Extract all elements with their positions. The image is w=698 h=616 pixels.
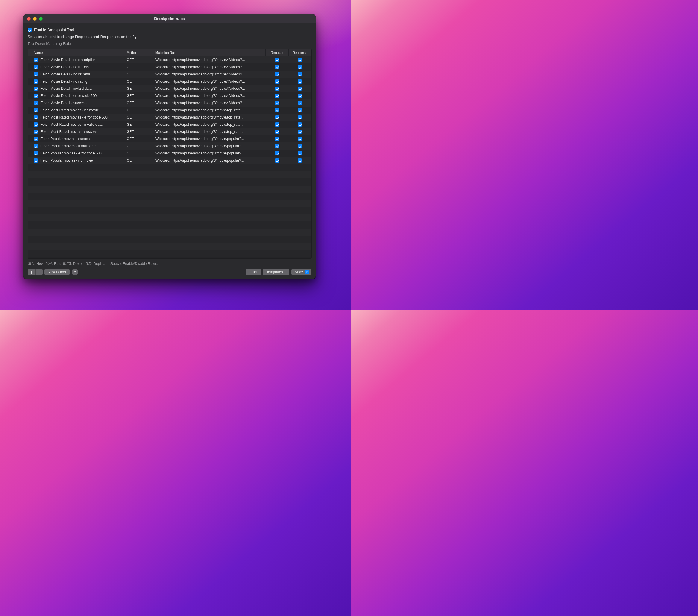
checkbox[interactable]	[34, 137, 38, 141]
checkbox[interactable]	[34, 65, 38, 69]
checkbox[interactable]	[275, 115, 279, 120]
col-header-method[interactable]: Method	[124, 49, 153, 56]
checkbox[interactable]	[34, 151, 38, 155]
checkbox[interactable]	[298, 94, 302, 98]
templates-button[interactable]: Templates...	[263, 269, 290, 275]
rule-matching: Wildcard: https://api.themoviedb.org/3/m…	[155, 94, 245, 98]
table-row-empty	[28, 200, 311, 207]
checkbox[interactable]	[298, 115, 302, 120]
checkbox[interactable]	[298, 123, 302, 127]
rule-matching: Wildcard: https://api.themoviedb.org/3/m…	[155, 86, 245, 91]
checkbox[interactable]	[34, 79, 38, 84]
table-row[interactable]: Fetch Movie Detail - no ratingGETWildcar…	[28, 78, 311, 85]
checkbox[interactable]	[34, 101, 38, 105]
rule-method: GET	[127, 79, 134, 84]
rule-method: GET	[127, 72, 134, 76]
checkbox[interactable]	[34, 158, 38, 163]
checkbox[interactable]	[298, 72, 302, 76]
table-header: Name Method Matching Rule Request Respon…	[28, 49, 311, 56]
question-icon: ?	[74, 270, 76, 275]
checkbox[interactable]	[34, 108, 38, 112]
checkbox[interactable]	[34, 123, 38, 127]
checkbox[interactable]	[34, 144, 38, 148]
enable-checkbox[interactable]	[28, 28, 32, 32]
table-row[interactable]: Fetch Movie Detail - invlaid dataGETWild…	[28, 85, 311, 92]
table-row[interactable]: Fetch Most Rated movies - successGETWild…	[28, 128, 311, 135]
checkbox[interactable]	[275, 108, 279, 112]
table-row[interactable]: Fetch Movie Detail - no reviewsGETWildca…	[28, 71, 311, 78]
table-row[interactable]: Fetch Movie Detail - no trailersGETWildc…	[28, 64, 311, 71]
checkbox[interactable]	[275, 130, 279, 134]
rule-name: Fetch Popular movies - error code 500	[40, 151, 102, 155]
table-row[interactable]: Fetch Movie Detail - no descriptionGETWi…	[28, 56, 311, 64]
col-header-name[interactable]: Name	[28, 49, 124, 56]
help-button[interactable]: ?	[71, 269, 78, 275]
checkbox[interactable]	[298, 79, 302, 84]
checkbox[interactable]	[275, 158, 279, 163]
checkbox[interactable]	[298, 158, 302, 163]
checkbox[interactable]	[298, 86, 302, 91]
table-row[interactable]: Fetch Most Rated movies - invalid dataGE…	[28, 121, 311, 128]
checkbox[interactable]	[275, 65, 279, 69]
checkbox[interactable]	[298, 65, 302, 69]
col-header-rule[interactable]: Matching Rule	[153, 49, 266, 56]
enable-row: Enable Breakpoint Tool	[28, 28, 311, 32]
table-row[interactable]: Fetch Popular movies - error code 500GET…	[28, 150, 311, 157]
rule-name: Fetch Movie Detail - success	[40, 101, 86, 105]
close-icon[interactable]	[27, 17, 30, 20]
table-row[interactable]: Fetch Movie Detail - successGETWildcard:…	[28, 99, 311, 107]
checkbox[interactable]	[298, 101, 302, 105]
checkbox[interactable]	[34, 86, 38, 91]
table-row[interactable]: Fetch Most Rated movies - no movieGETWil…	[28, 107, 311, 114]
checkbox[interactable]	[34, 72, 38, 76]
checkbox[interactable]	[298, 144, 302, 148]
rule-method: GET	[127, 108, 134, 112]
rule-name: Fetch Movie Detail - error code 500	[40, 94, 97, 98]
col-header-response[interactable]: Response	[289, 49, 311, 56]
table-row-empty	[28, 250, 311, 257]
minimize-icon[interactable]	[33, 17, 37, 20]
checkbox[interactable]	[298, 137, 302, 141]
checkbox[interactable]	[275, 144, 279, 148]
col-header-request[interactable]: Request	[266, 49, 289, 56]
rule-name: Fetch Most Rated movies - invalid data	[40, 123, 102, 127]
checkbox[interactable]	[275, 151, 279, 155]
remove-button[interactable]	[35, 269, 42, 275]
checkbox[interactable]	[34, 130, 38, 134]
checkbox[interactable]	[275, 58, 279, 62]
rule-method: GET	[127, 137, 134, 141]
checkbox[interactable]	[275, 79, 279, 84]
checkbox[interactable]	[298, 151, 302, 155]
rule-matching: Wildcard: https://api.themoviedb.org/3/m…	[155, 79, 245, 84]
table-body[interactable]: Fetch Movie Detail - no descriptionGETWi…	[28, 56, 311, 258]
checkbox[interactable]	[298, 58, 302, 62]
new-folder-button[interactable]: New Folder	[44, 269, 70, 275]
svg-rect-0	[38, 272, 41, 272]
table-row[interactable]: Fetch Popular movies - successGETWildcar…	[28, 135, 311, 142]
checkbox[interactable]	[34, 115, 38, 120]
checkbox[interactable]	[275, 86, 279, 91]
rule-matching: Wildcard: https://api.themoviedb.org/3/m…	[155, 123, 243, 127]
rules-table: Name Method Matching Rule Request Respon…	[28, 49, 311, 258]
table-row[interactable]: Fetch Most Rated movies - error code 500…	[28, 114, 311, 121]
rule-name: Fetch Popular movies - success	[40, 137, 91, 141]
checkbox[interactable]	[275, 101, 279, 105]
rule-method: GET	[127, 123, 134, 127]
table-row[interactable]: Fetch Popular movies - invalid dataGETWi…	[28, 142, 311, 150]
checkbox[interactable]	[34, 94, 38, 98]
table-row[interactable]: Fetch Popular movies - no movieGETWildca…	[28, 157, 311, 164]
matching-rule-label: Top-Down Matching Rule	[28, 41, 311, 46]
checkbox[interactable]	[298, 130, 302, 134]
checkbox[interactable]	[34, 58, 38, 62]
zoom-icon[interactable]	[39, 17, 42, 20]
checkbox[interactable]	[298, 108, 302, 112]
checkbox[interactable]	[275, 94, 279, 98]
add-button[interactable]	[28, 269, 35, 275]
more-button[interactable]: More	[291, 269, 311, 275]
checkbox[interactable]	[275, 137, 279, 141]
table-row[interactable]: Fetch Movie Detail - error code 500GETWi…	[28, 92, 311, 99]
checkbox[interactable]	[275, 123, 279, 127]
checkbox[interactable]	[275, 72, 279, 76]
chevron-down-icon	[305, 270, 309, 275]
filter-button[interactable]: Filter	[246, 269, 261, 275]
